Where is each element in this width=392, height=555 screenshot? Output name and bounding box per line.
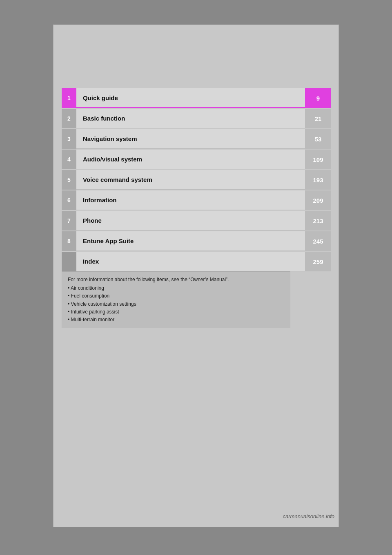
toc-number [62, 252, 76, 271]
toc-number: 8 [62, 231, 76, 251]
toc-row[interactable]: 3Navigation system53 [62, 129, 331, 149]
toc-number: 5 [62, 170, 76, 190]
toc-page-number: 53 [305, 129, 331, 149]
toc-page-number: 9 [305, 88, 331, 108]
toc-label: Information [76, 190, 305, 210]
toc-number: 3 [62, 129, 76, 149]
toc-label: Index [76, 252, 305, 271]
toc-page-number: 259 [305, 252, 331, 271]
toc-row[interactable]: 6Information209 [62, 190, 331, 210]
note-list-item: Multi-terrain monitor [68, 316, 284, 324]
toc-page-number: 209 [305, 190, 331, 210]
toc-number: 1 [62, 88, 76, 108]
toc-row[interactable]: 4Audio/visual system109 [62, 150, 331, 169]
toc-page-number: 245 [305, 231, 331, 251]
toc-row[interactable]: Index259 [62, 252, 331, 271]
toc-page-number: 109 [305, 150, 331, 169]
toc-label: Basic function [76, 109, 305, 128]
toc-label: Quick guide [76, 88, 305, 108]
toc-row[interactable]: 8Entune App Suite245 [62, 231, 331, 251]
toc-number: 2 [62, 109, 76, 128]
toc-number: 6 [62, 190, 76, 210]
toc-page-number: 21 [305, 109, 331, 128]
toc-number: 7 [62, 211, 76, 231]
toc-page-number: 193 [305, 170, 331, 190]
toc-label: Entune App Suite [76, 231, 305, 251]
toc-row[interactable]: 5Voice command system193 [62, 170, 331, 190]
toc-page-number: 213 [305, 211, 331, 231]
watermark: carmanualsonline.info [283, 513, 334, 519]
note-box: For more information about the following… [62, 271, 290, 328]
note-header: For more information about the following… [68, 276, 284, 284]
toc-label: Voice command system [76, 170, 305, 190]
toc-label: Audio/visual system [76, 150, 305, 169]
note-list-item: Air conditioning [68, 284, 284, 292]
toc-row[interactable]: 2Basic function21 [62, 109, 331, 128]
toc-number: 4 [62, 150, 76, 169]
note-list: Air conditioningFuel consumptionVehicle … [68, 284, 284, 324]
page-container: 1Quick guide92Basic function213Navigatio… [53, 25, 339, 527]
toc-row[interactable]: 1Quick guide9 [62, 88, 331, 108]
note-list-item: Fuel consumption [68, 292, 284, 300]
toc-label: Phone [76, 211, 305, 231]
toc-label: Navigation system [76, 129, 305, 149]
table-of-contents: 1Quick guide92Basic function213Navigatio… [62, 88, 331, 272]
note-list-item: Intuitive parking assist [68, 308, 284, 316]
note-list-item: Vehicle customization settings [68, 300, 284, 308]
toc-row[interactable]: 7Phone213 [62, 211, 331, 231]
